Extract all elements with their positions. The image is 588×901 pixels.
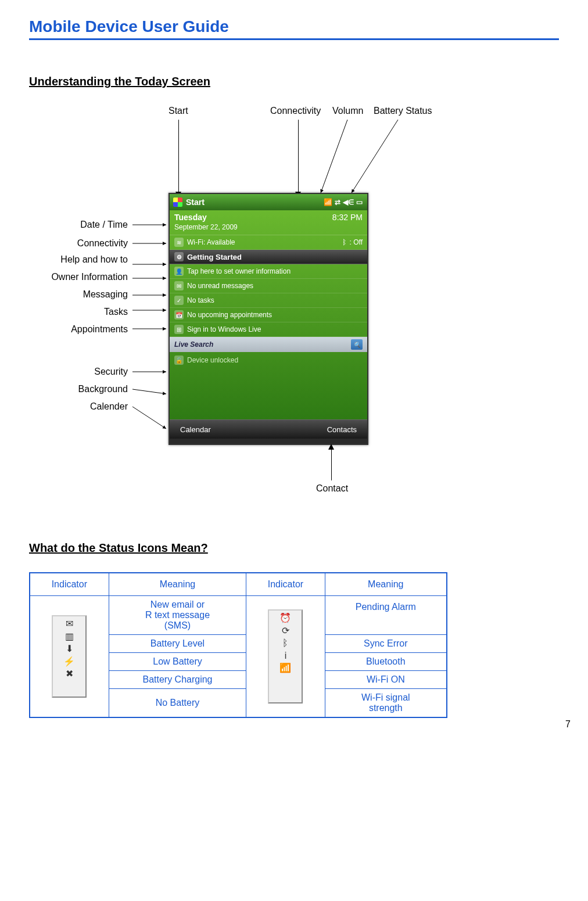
meaning-no-battery: No Battery xyxy=(109,689,246,718)
left-indicator-cell: ✉ ▥ ⬇ ⚡ ✖ xyxy=(30,596,109,718)
wifi-icon: ≋ xyxy=(174,238,184,247)
section-understanding: Understanding the Today Screen xyxy=(29,75,559,88)
meaning-bluetooth: Bluetooth xyxy=(325,653,447,671)
start-flag-icon xyxy=(173,198,182,207)
battery-icon: ▭ xyxy=(356,198,363,206)
owner-icon: 👤 xyxy=(174,267,184,276)
softkey-calendar: Calendar xyxy=(180,425,211,434)
alarm-icon: ⏰ xyxy=(279,613,291,623)
row-device-unlocked: 🔓 Device unlocked xyxy=(170,352,367,368)
start-label: Start xyxy=(186,198,205,207)
mail-icon: ✉ xyxy=(174,281,184,290)
meaning-battery-level: Battery Level xyxy=(109,635,246,653)
meaning-wifi-signal: Wi-Fi signal strength xyxy=(325,689,447,718)
gear-icon: ⚙ xyxy=(174,252,184,261)
search-icon: 🔍 xyxy=(351,339,363,350)
status-icons-table: Indicator Meaning Indicator Meaning ✉ ▥ … xyxy=(29,572,447,718)
today-date: September 22, 2009 xyxy=(170,223,367,235)
charging-icon: ⚡ xyxy=(63,656,75,667)
svg-line-11 xyxy=(132,407,166,429)
page-title: Mobile Device User Guide xyxy=(29,17,559,40)
unlock-icon: 🔓 xyxy=(174,356,184,365)
today-time: 8:32 PM xyxy=(332,213,363,222)
svg-line-10 xyxy=(132,389,166,394)
section-status-icons: What do the Status Icons Mean? xyxy=(29,541,559,555)
row-tasks: ✓ No tasks xyxy=(170,293,367,308)
th-meaning-2: Meaning xyxy=(325,573,447,596)
phone-screenshot: Start 📶 ⇄ ◀∈ ▭ Tuesday 8:32 PM September… xyxy=(168,193,368,445)
no-battery-icon: ✖ xyxy=(66,669,73,679)
battery-level-icon: ▥ xyxy=(65,631,74,642)
meaning-sync-error: Sync Error xyxy=(325,635,447,653)
low-battery-icon: ⬇ xyxy=(66,644,73,654)
page-number: 7 xyxy=(565,719,571,730)
today-screen-diagram: Start Connectivity Volumn Battery Status… xyxy=(29,106,559,530)
row-wifi: ≋ Wi-Fi: Available ᛒ : Off xyxy=(170,235,367,250)
tasks-icon: ✓ xyxy=(174,296,184,305)
row-live-search: Live Search 🔍 xyxy=(170,337,367,352)
windows-live-icon: ⊞ xyxy=(174,325,184,334)
meaning-low-battery: Low Battery xyxy=(109,653,246,671)
meaning-new-email: New email or R text message (SMS) xyxy=(109,596,246,635)
phone-topbar: Start 📶 ⇄ ◀∈ ▭ xyxy=(170,194,367,210)
row-getting-started: ⚙ Getting Started xyxy=(170,250,367,264)
row-appointments: 📅 No upcoming appointments xyxy=(170,308,367,322)
row-owner-info: 👤 Tap here to set owner information xyxy=(170,264,367,279)
envelope-icon: ✉ xyxy=(66,619,73,629)
row-messages: ✉ No unread messages xyxy=(170,279,367,293)
wifi-on-icon: i xyxy=(285,651,287,661)
right-indicator-cell: ⏰ ⟳ ᛒ i 📶 xyxy=(246,596,325,718)
sync-error-icon: ⟳ xyxy=(282,626,289,636)
bluetooth-icon: ᛒ xyxy=(342,238,346,246)
sync-arrows-icon: ⇄ xyxy=(335,198,340,206)
phone-softkeys: Calendar Contacts xyxy=(170,419,367,439)
meaning-pending-alarm: Pending Alarm xyxy=(325,596,447,635)
wifi-signal-icon: 📶 xyxy=(279,663,291,673)
callout-contact: Contact xyxy=(316,483,348,494)
th-indicator-2: Indicator xyxy=(246,573,325,596)
today-day-row: Tuesday 8:32 PM xyxy=(170,210,367,223)
th-meaning-1: Meaning xyxy=(109,573,246,596)
meaning-battery-charging: Battery Charging xyxy=(109,671,246,689)
calendar-icon: 📅 xyxy=(174,310,184,320)
bluetooth-table-icon: ᛒ xyxy=(282,638,288,648)
speaker-icon: ◀∈ xyxy=(343,198,354,206)
svg-line-1 xyxy=(352,120,398,193)
row-windows-live: ⊞ Sign in to Windows Live xyxy=(170,322,367,337)
signal-icon: 📶 xyxy=(324,198,332,206)
th-indicator-1: Indicator xyxy=(30,573,109,596)
svg-line-0 xyxy=(321,120,347,193)
meaning-wifi-on: Wi-Fi ON xyxy=(325,671,447,689)
softkey-contacts: Contacts xyxy=(327,425,357,434)
